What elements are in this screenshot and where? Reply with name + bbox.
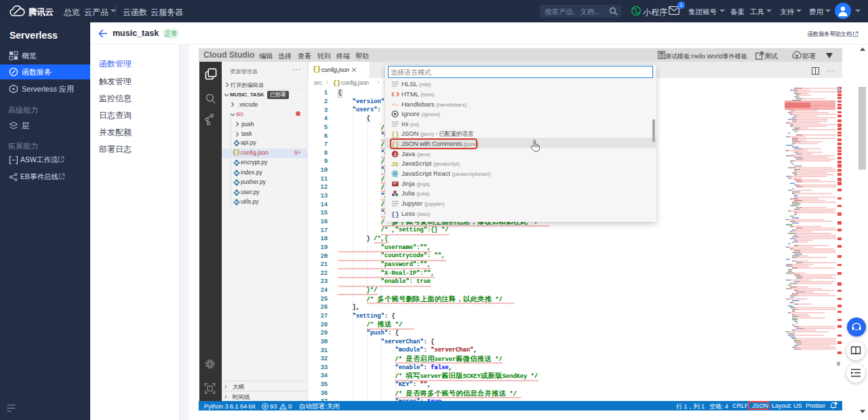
svg-text:{}: {} — [391, 210, 399, 218]
svg-text:{}: {} — [391, 131, 399, 138]
svg-text:JS: JS — [391, 161, 399, 168]
svg-text:J: J — [393, 151, 396, 157]
